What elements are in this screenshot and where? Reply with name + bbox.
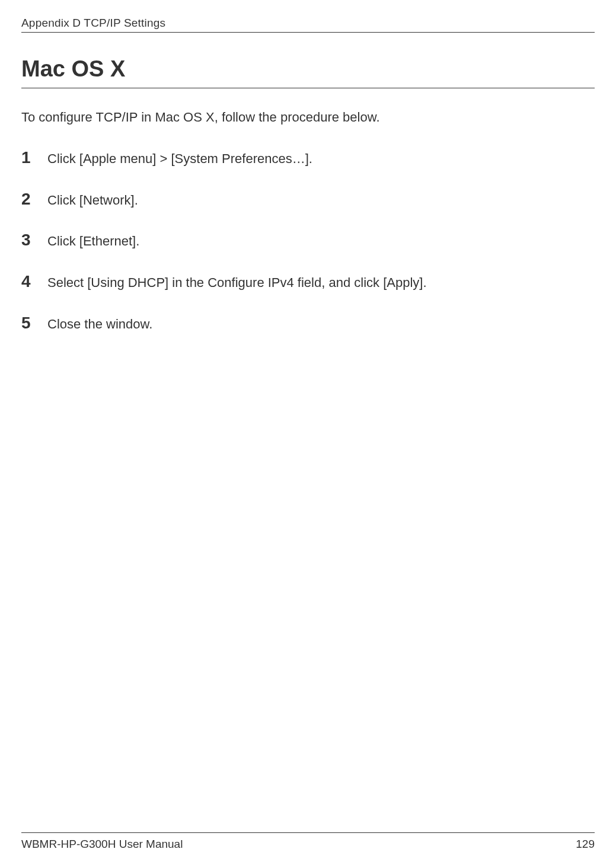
page-header: Appendix D TCP/IP Settings [21,17,595,33]
step-text: Click [Ethernet]. [47,232,139,251]
step-text: Click [Network]. [47,191,138,210]
step-number: 3 [21,231,47,250]
step-item: 5 Close the window. [21,314,595,334]
step-number: 4 [21,272,47,291]
step-item: 3 Click [Ethernet]. [21,231,595,251]
step-text: Select [Using DHCP] in the Configure IPv… [47,274,427,292]
header-text: Appendix D TCP/IP Settings [21,17,165,29]
step-text: Close the window. [47,315,152,334]
step-text: Click [Apple menu] > [System Preferences… [47,150,312,168]
step-item: 4 Select [Using DHCP] in the Configure I… [21,272,595,292]
page-footer: WBMR-HP-G300H User Manual 129 [21,832,595,851]
step-item: 1 Click [Apple menu] > [System Preferenc… [21,148,595,168]
step-number: 2 [21,190,47,209]
section-title: Mac OS X [21,56,595,82]
footer-page-number: 129 [576,838,595,851]
footer-manual-name: WBMR-HP-G300H User Manual [21,838,183,851]
step-item: 2 Click [Network]. [21,190,595,210]
intro-paragraph: To configure TCP/IP in Mac OS X, follow … [21,108,595,127]
step-number: 1 [21,148,47,167]
step-number: 5 [21,314,47,333]
title-underline [21,88,595,88]
